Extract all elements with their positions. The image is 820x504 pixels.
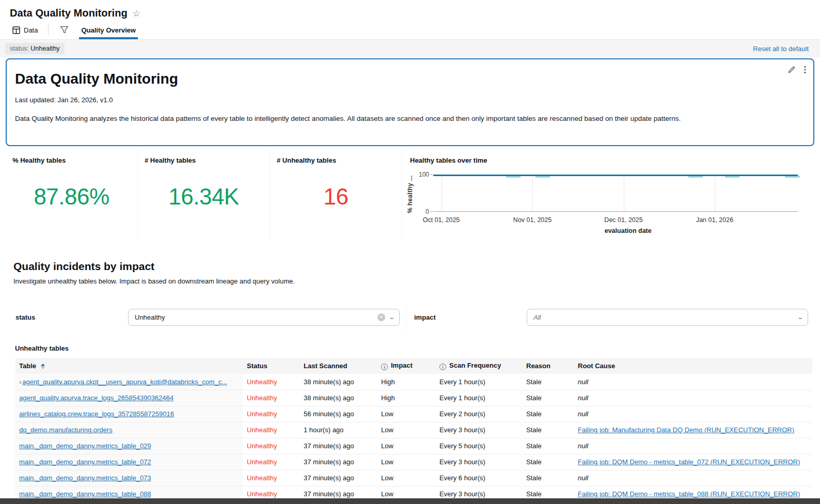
- tab-data-label: Data: [24, 26, 38, 34]
- root-cause-link[interactable]: Failing job: Manufacturing Data DQ Demo …: [578, 426, 794, 434]
- cell-impact: Low: [377, 454, 435, 470]
- kpi-label: # Unhealthy tables: [277, 156, 395, 164]
- root-cause-null: null: [578, 442, 588, 450]
- kebab-menu-icon[interactable]: [804, 66, 806, 74]
- tab-quality-overview[interactable]: Quality Overview: [75, 21, 142, 39]
- chart-gridline: [715, 175, 715, 212]
- cell-status: Unhealthy: [243, 374, 299, 390]
- info-icon[interactable]: i: [381, 364, 388, 370]
- column-header-impact[interactable]: iImpact: [377, 358, 435, 374]
- table-row: main._dqm_demo_danny.metrics_table_029Un…: [15, 438, 812, 454]
- chart-x-axis-line: [433, 211, 798, 212]
- unhealthy-tables-table: TableStatusLast ScannediImpactiScan Freq…: [15, 358, 812, 502]
- edit-pencil-icon[interactable]: [787, 66, 796, 74]
- incidents-subtitle: Investigate unhealthy tables below. Impa…: [13, 277, 820, 285]
- cell-last-scanned: 38 minute(s) ago: [299, 374, 377, 390]
- column-header-root-cause[interactable]: Root Cause: [574, 358, 812, 374]
- cell-reason: Stale: [522, 374, 574, 390]
- table-row: main._dqm_demo_danny.metrics_table_072Un…: [15, 454, 812, 470]
- table-name-link[interactable]: main._dqm_demo_danny.metrics_table_029: [19, 442, 151, 450]
- cell-reason: Stale: [522, 470, 574, 486]
- widget-description: Data Quality Monitoring analyzes the his…: [15, 114, 805, 124]
- cell-impact: Low: [377, 438, 435, 454]
- column-header-status[interactable]: Status: [243, 358, 299, 374]
- column-header-last-scanned[interactable]: Last Scanned: [299, 358, 377, 374]
- page-header: Data Quality Monitoring ☆: [0, 0, 820, 21]
- tab-data[interactable]: Data: [7, 21, 43, 39]
- chart-x-tick: Jan 01, 2026: [696, 216, 733, 224]
- chip-value: Unhealthy: [30, 45, 59, 52]
- cell-impact: Low: [377, 422, 435, 438]
- tab-quality-overview-label: Quality Overview: [81, 26, 136, 34]
- reset-all-link[interactable]: Reset all to default: [753, 45, 809, 53]
- cell-scan-frequency: Every 1 hour(s): [435, 390, 522, 406]
- cell-status: Unhealthy: [243, 390, 299, 406]
- chart-plot-area[interactable]: Oct 01, 2025Nov 01, 2025Dec 01, 2025Jan …: [433, 175, 798, 212]
- sort-icon[interactable]: [41, 364, 45, 369]
- table-row: ›agent_quality.apurva.ckpt__users_apurva…: [15, 374, 812, 390]
- chevron-down-icon: ⌄: [797, 314, 803, 321]
- cell-impact: High: [377, 374, 435, 390]
- root-cause-link[interactable]: Failing job: DQM Demo - metrics_table_08…: [578, 490, 800, 498]
- column-header-reason[interactable]: Reason: [522, 358, 574, 374]
- kpi-card-pct-healthy: % Healthy tables 87.86%: [6, 149, 138, 239]
- cell-root-cause: null: [574, 406, 812, 422]
- status-filter-chip[interactable]: status: Unhealthy: [5, 43, 65, 54]
- chart-x-axis-title: evaluation date: [605, 227, 652, 234]
- table-name-link[interactable]: airlines_catalog.crew.trace_logs_3572855…: [19, 410, 174, 418]
- cell-root-cause: Failing job: DQM Demo - metrics_table_07…: [574, 454, 812, 470]
- table-name-link[interactable]: dq_demo.manufacturing.orders: [19, 426, 113, 434]
- chart-y-tick-mark: [430, 212, 433, 212]
- cell-status: Unhealthy: [243, 406, 299, 422]
- chevron-down-icon: ⌄: [388, 314, 395, 321]
- cell-table-name: ›agent_quality.apurva.ckpt__users_apurva…: [15, 374, 243, 390]
- incidents-section-header: Quality incidents by impact Investigate …: [0, 239, 820, 285]
- kpi-row: % Healthy tables 87.86% # Healthy tables…: [6, 149, 814, 239]
- chart-gridline: [532, 175, 533, 212]
- cell-scan-frequency: Every 2 hour(s): [435, 406, 522, 422]
- filter-chip-band: status: Unhealthy Reset all to default: [0, 39, 820, 57]
- filters-row: status Unhealthy ✕ ⌄ impact All ⌄: [6, 304, 814, 331]
- incidents-title: Quality incidents by impact: [13, 260, 820, 273]
- status-filter-label: status: [15, 313, 128, 321]
- table-row: main._dqm_demo_danny.metrics_table_073Un…: [15, 470, 812, 486]
- cell-scan-frequency: Every 5 hour(s): [435, 438, 522, 454]
- root-cause-null: null: [578, 394, 588, 402]
- chart-title: Healthy tables over time: [410, 156, 808, 164]
- impact-filter-value: All: [533, 313, 798, 321]
- last-updated-text: Last updated: Jan 26, 2026, v1.0: [15, 96, 805, 104]
- cell-table-name: main._dqm_demo_danny.metrics_table_029: [15, 438, 243, 454]
- cell-last-scanned: 1 hour(s) ago: [299, 422, 377, 438]
- table-name-link[interactable]: agent_quality.apurva.trace_logs_26585439…: [19, 394, 174, 402]
- filter-funnel-icon[interactable]: [54, 21, 75, 39]
- favorite-star-icon[interactable]: ☆: [133, 8, 140, 19]
- unhealthy-tables-title: Unhealthy tables: [6, 344, 814, 352]
- table-row: dq_demo.manufacturing.ordersUnhealthy1 h…: [15, 422, 812, 438]
- clear-filter-icon[interactable]: ✕: [377, 313, 385, 321]
- column-header-scan-frequency[interactable]: iScan Frequency: [435, 358, 522, 374]
- kpi-value: 16.34K: [145, 184, 263, 210]
- cell-root-cause: null: [574, 470, 812, 486]
- table-name-link[interactable]: agent_quality.apurva.ckpt__users_apurva_…: [22, 378, 227, 386]
- cell-table-name: agent_quality.apurva.trace_logs_26585439…: [15, 390, 243, 406]
- status-filter-select[interactable]: Unhealthy ✕ ⌄: [128, 309, 400, 326]
- chart-y-tick: 0: [425, 208, 429, 215]
- table-name-link[interactable]: main._dqm_demo_danny.metrics_table_072: [19, 458, 151, 466]
- chart-line-series: [433, 175, 798, 176]
- chart-x-tick: Nov 01, 2025: [513, 216, 551, 224]
- cell-scan-frequency: Every 1 hour(s): [435, 374, 522, 390]
- column-header-table[interactable]: Table: [15, 358, 243, 374]
- expand-chevron-icon[interactable]: ›: [19, 378, 21, 386]
- impact-filter-select[interactable]: All ⌄: [527, 309, 808, 326]
- cell-table-name: dq_demo.manufacturing.orders: [15, 422, 243, 438]
- cell-impact: Low: [377, 470, 435, 486]
- chart-y-tick: 100: [419, 171, 429, 178]
- table-name-link[interactable]: main._dqm_demo_danny.metrics_table_088: [19, 490, 151, 498]
- cell-root-cause: null: [574, 438, 812, 454]
- info-icon[interactable]: i: [439, 364, 446, 370]
- root-cause-null: null: [578, 410, 588, 418]
- root-cause-link[interactable]: Failing job: DQM Demo - metrics_table_07…: [578, 458, 800, 466]
- cell-last-scanned: 37 minute(s) ago: [299, 470, 377, 486]
- chart-y-axis-label: % healthy ...: [406, 175, 414, 213]
- table-name-link[interactable]: main._dqm_demo_danny.metrics_table_073: [19, 474, 151, 482]
